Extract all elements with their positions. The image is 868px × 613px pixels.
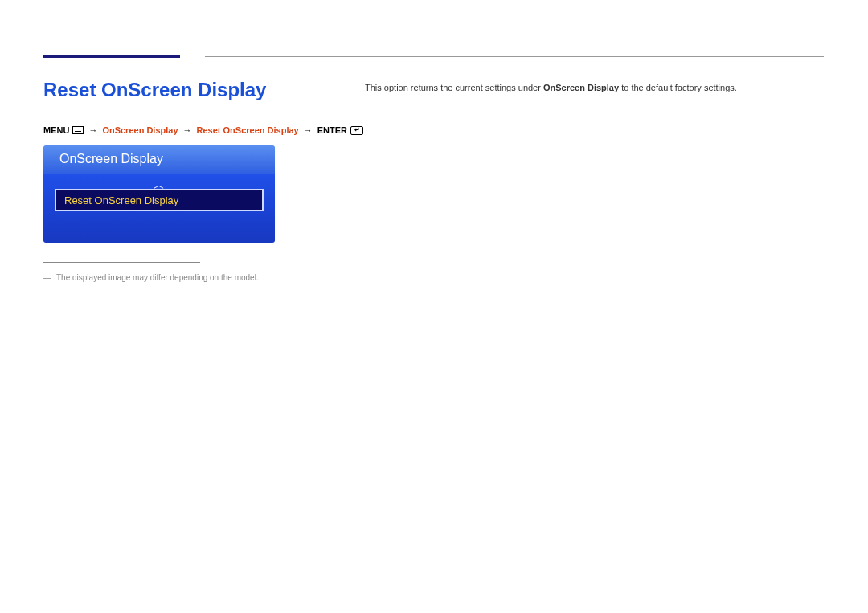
enter-icon: ↵ <box>350 126 363 135</box>
accent-bar <box>43 55 180 58</box>
arrow-icon: → <box>88 125 97 135</box>
osd-panel-header: OnScreen Display <box>43 145 275 174</box>
description-post: to the default factory settings. <box>619 83 737 92</box>
footnote-divider <box>43 262 200 263</box>
description-pre: This option returns the current settings… <box>365 83 543 92</box>
divider-line <box>205 56 824 57</box>
menu-icon <box>72 126 84 134</box>
arrow-icon: → <box>304 125 313 135</box>
description-text: This option returns the current settings… <box>365 83 737 92</box>
description-bold-term: OnScreen Display <box>543 83 619 92</box>
footnote-dash: ― <box>43 273 51 282</box>
footnote-content: The displayed image may differ depending… <box>56 273 259 282</box>
osd-panel: OnScreen Display ︿ Reset OnScreen Displa… <box>43 145 275 243</box>
breadcrumb-enter-label: ENTER <box>317 125 347 135</box>
breadcrumb-menu-label: MENU <box>43 125 69 135</box>
page-title: Reset OnScreen Display <box>43 79 266 101</box>
breadcrumb-crumb-2: Reset OnScreen Display <box>197 125 299 135</box>
osd-menu-item-reset[interactable]: Reset OnScreen Display <box>55 189 264 211</box>
breadcrumb: MENU → OnScreen Display → Reset OnScreen… <box>43 125 363 135</box>
arrow-icon: → <box>183 125 192 135</box>
breadcrumb-crumb-1: OnScreen Display <box>102 125 178 135</box>
osd-panel-body: ︿ Reset OnScreen Display <box>43 174 275 243</box>
footnote-text: ―The displayed image may differ dependin… <box>43 273 259 282</box>
